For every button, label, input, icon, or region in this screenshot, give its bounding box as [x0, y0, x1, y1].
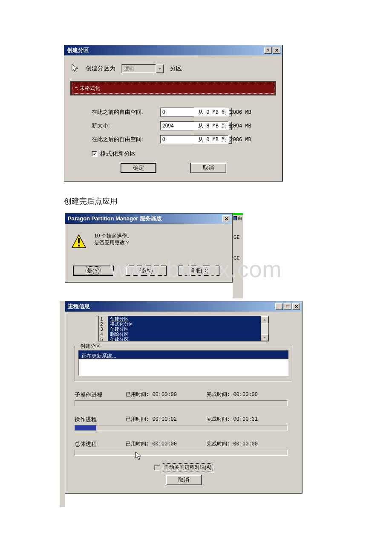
group-title: 创建分区 [78, 343, 102, 350]
status-log-area [78, 359, 288, 376]
new-size-range: 从 8 MB 到 2094 MB [198, 122, 292, 130]
cancel-button[interactable]: 取消 [190, 163, 226, 173]
titlebar: 创建分区 ? ✕ [64, 45, 282, 55]
warning-icon [71, 234, 86, 249]
free-before-spinner[interactable] [160, 107, 194, 117]
apply-confirm-dialog: Paragon Partition Manager 服务器版 ✕ 10 个挂起操… [65, 213, 233, 283]
sub-progress-bar [75, 400, 288, 406]
partition-type-value: 逻辑 [122, 64, 156, 73]
drive-icon [233, 216, 237, 220]
finish-label: 完成时间: [207, 392, 230, 398]
dialog-title: 创建分区 [67, 46, 89, 54]
auto-close-label: 自动关闭进程对话(A) [163, 463, 213, 471]
elapsed-label: 已用时间: [126, 416, 149, 422]
list-item[interactable]: 删除分区 [110, 332, 129, 337]
free-after-range: 从 0 MB 到 2086 MB [198, 136, 292, 143]
total-elapsed-value: 00:00:00 [152, 441, 177, 447]
titlebar: 进程信息 _ □ ✕ [65, 301, 302, 312]
free-after-label: 在此之后的自由空间: [92, 136, 160, 143]
list-item[interactable]: 格式化分区 [110, 321, 133, 327]
status-message: 正在更新系统... [78, 350, 288, 359]
total-progress-bar [75, 450, 288, 456]
list-item[interactable]: 创建分区 [110, 327, 129, 332]
partition-visual-bar: *: 未格式化 [70, 81, 276, 95]
strip-text: 由 [238, 215, 242, 221]
strip-text: GE [233, 256, 239, 260]
elapsed-label: 已用时间: [126, 441, 149, 447]
scroll-track[interactable] [261, 323, 268, 334]
scroll-up-icon[interactable] [261, 316, 268, 323]
help-button[interactable]: ? [264, 47, 272, 54]
current-op-group: 创建分区 正在更新系统... [75, 346, 292, 382]
ok-button[interactable]: 确定 [121, 163, 156, 173]
dialog-title: 进程信息 [68, 303, 90, 310]
finish-label: 完成时间: [207, 441, 230, 447]
svg-rect-0 [78, 238, 80, 243]
svg-rect-1 [78, 245, 80, 246]
create-as-label: 创建分区为 [86, 65, 115, 72]
elapsed-label: 已用时间: [126, 392, 149, 398]
finish-label: 完成时间: [207, 416, 230, 422]
free-before-label: 在此之前的自由空间: [92, 108, 160, 116]
sub-progress-label: 子操作进程 [75, 391, 126, 399]
free-before-range: 从 0 MB 到 2086 MB [198, 109, 292, 116]
format-checkbox-label: 格式化新分区 [100, 150, 136, 158]
maximize-button[interactable]: □ [284, 303, 291, 310]
new-size-label: 新大小: [92, 122, 160, 130]
scrollbar[interactable] [261, 316, 268, 341]
sub-finish-value: 00:00:00 [233, 392, 258, 398]
op-elapsed-value: 00:00:02 [152, 416, 177, 422]
confirm-line2: 是否应用更改？ [94, 239, 227, 246]
partition-suffix-label: 分区 [170, 65, 182, 72]
progress-dialog: 进程信息 _ □ ✕ 1 2 3 4 5 创建分区 格式化分区 创建分区 删除分… [65, 301, 303, 494]
minimize-button[interactable]: _ [275, 303, 283, 310]
close-button[interactable]: ✕ [292, 303, 300, 310]
new-size-spinner[interactable] [160, 121, 194, 130]
format-checkbox[interactable]: ✔ [92, 151, 98, 157]
operations-index-col: 1 2 3 4 5 [99, 316, 108, 341]
no-button[interactable]: 否(N) [126, 266, 167, 276]
op-progress-bar [75, 425, 288, 431]
cancel-button[interactable]: 取消 [166, 475, 202, 485]
dialog-title: Paragon Partition Manager 服务器版 [68, 215, 162, 223]
close-button[interactable]: ✕ [273, 47, 280, 54]
op-finish-value: 00:00:31 [233, 416, 258, 422]
free-after-spinner[interactable] [160, 135, 194, 144]
chevron-down-icon[interactable] [156, 64, 164, 73]
scroll-down-icon[interactable] [261, 334, 268, 341]
background-strip: 由 GE GE [233, 213, 243, 298]
operations-items: 创建分区 格式化分区 创建分区 删除分区 创建分区 [108, 316, 261, 341]
partition-bar-label: *: 未格式化 [72, 83, 274, 94]
partition-type-combo[interactable]: 逻辑 [121, 64, 164, 73]
op-progress-label: 操作进程 [75, 416, 126, 423]
operations-list[interactable]: 1 2 3 4 5 创建分区 格式化分区 创建分区 删除分区 创建分区 [98, 316, 269, 341]
body-caption: 创建完后点应用 [64, 196, 118, 206]
close-button[interactable]: ✕ [222, 215, 230, 222]
total-finish-value: 00:00:00 [233, 441, 258, 447]
list-item[interactable]: 创建分区 [110, 316, 129, 321]
details-button[interactable]: 详细(D) [179, 266, 219, 276]
cursor-icon [71, 64, 80, 73]
sub-elapsed-value: 00:00:00 [152, 392, 177, 398]
strip-text: GE [233, 235, 239, 240]
cursor-icon [135, 451, 143, 461]
total-progress-label: 总体进程 [75, 440, 126, 448]
confirm-line1: 10 个挂起操作。 [94, 232, 227, 239]
auto-close-checkbox[interactable] [154, 465, 160, 471]
titlebar: Paragon Partition Manager 服务器版 ✕ [65, 214, 232, 224]
yes-button[interactable]: 是(Y) [73, 266, 114, 276]
list-item[interactable]: 创建分区 [110, 337, 129, 341]
background-stub [60, 301, 65, 507]
create-partition-dialog: 创建分区 ? ✕ 创建分区为 逻辑 分区 *: 未格式化 在此之前的自由空间: [64, 45, 283, 182]
